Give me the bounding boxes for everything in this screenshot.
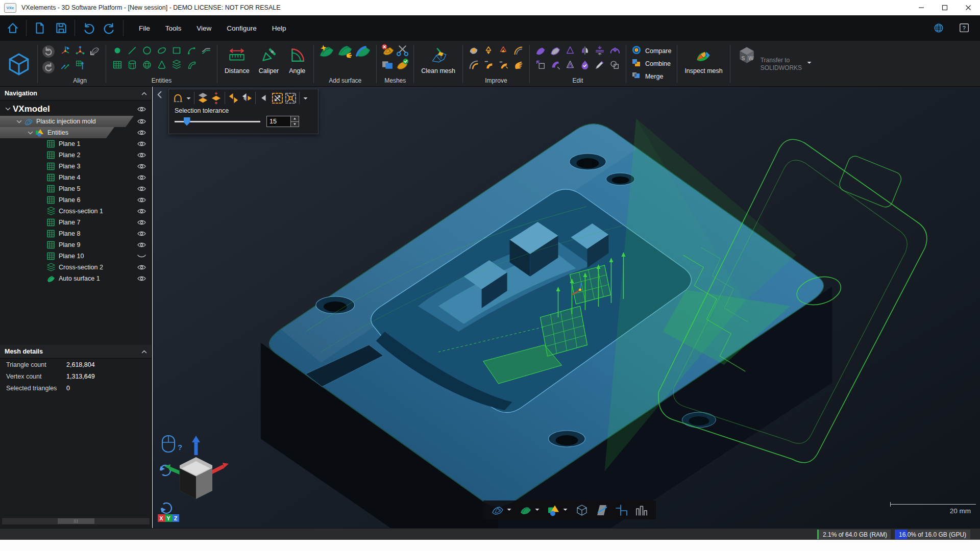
invert-both-icon[interactable] bbox=[240, 91, 253, 105]
combine-button[interactable]: Combine bbox=[632, 58, 671, 69]
eye-visible-icon[interactable] bbox=[136, 275, 147, 282]
edit-triangle-icon[interactable] bbox=[564, 43, 577, 57]
tree-item-entities[interactable]: Entities bbox=[0, 127, 152, 138]
grow-selection-icon[interactable] bbox=[271, 91, 284, 105]
home-icon[interactable] bbox=[2, 17, 23, 39]
mouse-help-icon[interactable] bbox=[162, 436, 175, 452]
surface-hand-icon[interactable] bbox=[336, 43, 354, 59]
sidebar-scrollbar[interactable] bbox=[2, 517, 150, 525]
shrink-selection-icon[interactable] bbox=[284, 91, 297, 105]
edit-gauge-icon[interactable] bbox=[608, 43, 622, 57]
new-document-icon[interactable] bbox=[29, 17, 51, 39]
rotate-ccw-icon[interactable] bbox=[161, 503, 172, 513]
edit-surface2-icon[interactable] bbox=[549, 43, 562, 57]
eye-visible-icon[interactable] bbox=[136, 208, 147, 215]
close-button[interactable] bbox=[957, 0, 980, 15]
surface-display-icon[interactable] bbox=[518, 504, 542, 517]
decimate-icon[interactable] bbox=[482, 43, 496, 57]
eye-visible-icon[interactable] bbox=[136, 140, 147, 147]
vxmodel-button[interactable] bbox=[3, 43, 35, 85]
expander-icon[interactable] bbox=[28, 130, 34, 136]
line-icon[interactable] bbox=[125, 43, 139, 57]
tree-item-plane-2[interactable]: Plane 2 bbox=[0, 149, 152, 161]
tree-item-plane-10[interactable]: Plane 10 bbox=[0, 251, 152, 262]
surface-star-icon[interactable] bbox=[318, 43, 335, 59]
eye-visible-icon[interactable] bbox=[136, 241, 147, 248]
menu-file[interactable]: File bbox=[131, 15, 158, 41]
mesh-details-header[interactable]: Mesh details bbox=[0, 345, 152, 359]
collapse-navigation-icon[interactable] bbox=[141, 91, 147, 96]
patch-wedge-icon[interactable] bbox=[482, 58, 496, 71]
mesh-delete-icon[interactable] bbox=[381, 43, 395, 57]
selection-tolerance-slider[interactable] bbox=[175, 117, 260, 126]
minimize-button[interactable] bbox=[910, 0, 933, 15]
edit-triangle2-icon[interactable] bbox=[564, 58, 577, 71]
rectangle-icon[interactable] bbox=[169, 43, 183, 57]
angle-button[interactable]: Angle bbox=[283, 43, 311, 85]
align-grid-icon[interactable] bbox=[73, 58, 87, 71]
eye-visible-icon[interactable] bbox=[136, 163, 147, 170]
3d-viewport[interactable]: Selection tolerance bbox=[153, 87, 980, 528]
spin-down-button[interactable] bbox=[291, 122, 299, 127]
tree-item-vxmodel[interactable]: VXmodel bbox=[0, 102, 152, 116]
menu-tools[interactable]: Tools bbox=[158, 15, 189, 41]
merge-button[interactable]: Merge bbox=[632, 71, 671, 82]
edit-mirror-icon[interactable] bbox=[578, 43, 592, 57]
collapse-mesh-details-icon[interactable] bbox=[141, 349, 147, 355]
edit-pen-icon[interactable] bbox=[593, 58, 607, 71]
refine-icon[interactable] bbox=[497, 43, 510, 57]
eye-hidden-icon[interactable] bbox=[136, 253, 147, 260]
redo-icon[interactable] bbox=[99, 17, 120, 39]
edit-surface-icon[interactable] bbox=[534, 43, 548, 57]
tree-item-plastic-injection-mold[interactable]: Plastic injection mold bbox=[0, 116, 152, 127]
mesh-check-icon[interactable] bbox=[396, 58, 409, 71]
tree-item-plane-6[interactable]: Plane 6 bbox=[0, 194, 152, 206]
visible-selection-icon[interactable] bbox=[210, 91, 223, 105]
scissors-icon[interactable] bbox=[396, 43, 409, 57]
gray-arc-icon[interactable] bbox=[467, 58, 481, 71]
dropdown-caret-icon[interactable] bbox=[506, 506, 512, 515]
dropdown-caret-icon[interactable] bbox=[534, 506, 541, 515]
edit-bend-icon[interactable] bbox=[549, 58, 562, 71]
chevron-left-icon[interactable] bbox=[156, 91, 163, 101]
inspect-mesh-button[interactable]: Inspect mesh bbox=[680, 43, 727, 85]
invert-left-icon[interactable] bbox=[227, 91, 240, 105]
eye-visible-icon[interactable] bbox=[136, 118, 147, 125]
menu-configure[interactable]: Configure bbox=[219, 15, 264, 41]
view-orientation-widget[interactable]: ? bbox=[155, 432, 237, 526]
polyline-icon[interactable] bbox=[199, 43, 213, 57]
sphere-icon[interactable] bbox=[140, 58, 154, 71]
slider-handle[interactable] bbox=[184, 117, 190, 126]
edit-levels-icon[interactable] bbox=[593, 43, 607, 57]
tree-item-cross-section-2[interactable]: Cross-section 2 bbox=[0, 262, 152, 273]
eye-visible-icon[interactable] bbox=[136, 152, 147, 159]
boundary-icon[interactable] bbox=[511, 43, 525, 57]
align-surface-icon[interactable] bbox=[88, 43, 102, 57]
sculpt-hand-icon[interactable] bbox=[511, 58, 525, 71]
network-globe-icon[interactable] bbox=[928, 17, 949, 39]
circle-icon[interactable] bbox=[140, 43, 154, 57]
transfer-solidworks-button[interactable]: SWTransfer toSOLIDWORKS bbox=[733, 43, 817, 85]
undo-icon[interactable] bbox=[78, 17, 99, 39]
arc-icon[interactable] bbox=[184, 43, 198, 57]
help-icon[interactable]: ? bbox=[953, 17, 975, 39]
tree-item-plane-1[interactable]: Plane 1 bbox=[0, 138, 152, 149]
squares-icon[interactable] bbox=[381, 58, 395, 71]
3d-scene[interactable] bbox=[153, 87, 980, 528]
tree-item-auto-surface-1[interactable]: Auto surface 1 bbox=[0, 273, 152, 284]
tree-item-plane-8[interactable]: Plane 8 bbox=[0, 228, 152, 239]
tree-item-plane-5[interactable]: Plane 5 bbox=[0, 183, 152, 194]
entities-display-icon[interactable] bbox=[546, 504, 570, 517]
cross-section-icon[interactable] bbox=[169, 58, 183, 71]
tree-item-plane-4[interactable]: Plane 4 bbox=[0, 172, 152, 183]
ellipse-icon[interactable] bbox=[155, 43, 168, 57]
wedge2-icon[interactable] bbox=[497, 58, 510, 71]
sidebar-scrollbar-handle[interactable] bbox=[58, 518, 94, 524]
tree-item-plane-7[interactable]: Plane 7 bbox=[0, 217, 152, 228]
eye-visible-icon[interactable] bbox=[136, 129, 147, 136]
eye-visible-icon[interactable] bbox=[136, 174, 147, 181]
clean-mesh-button[interactable]: Clean mesh bbox=[416, 43, 460, 85]
fill-hole-icon[interactable] bbox=[467, 43, 481, 57]
plane-icon[interactable] bbox=[110, 58, 124, 71]
expander-icon[interactable] bbox=[16, 119, 22, 124]
